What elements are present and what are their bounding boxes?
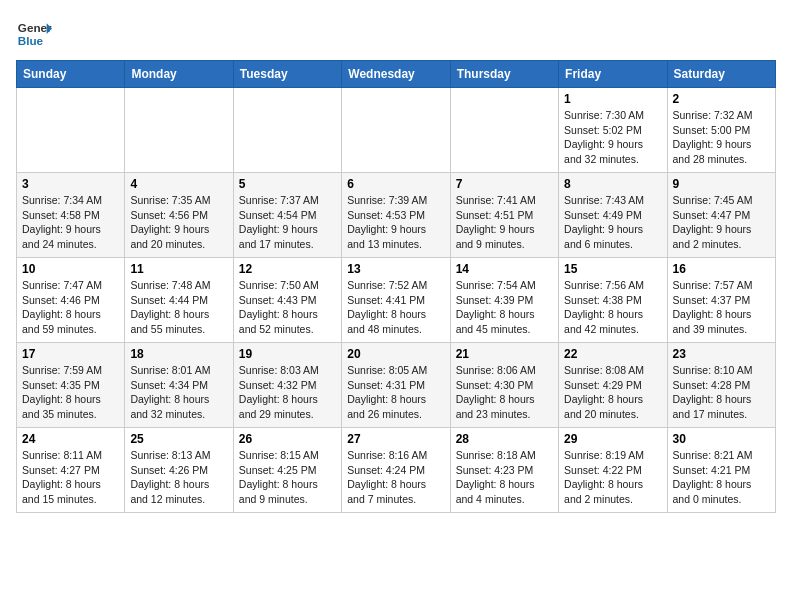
calendar-cell: 29Sunrise: 8:19 AMSunset: 4:22 PMDayligh… xyxy=(559,428,667,513)
day-number: 21 xyxy=(456,347,553,361)
day-info: Sunrise: 7:41 AMSunset: 4:51 PMDaylight:… xyxy=(456,193,553,252)
calendar-cell: 22Sunrise: 8:08 AMSunset: 4:29 PMDayligh… xyxy=(559,343,667,428)
calendar-cell: 2Sunrise: 7:32 AMSunset: 5:00 PMDaylight… xyxy=(667,88,775,173)
calendar-header-tuesday: Tuesday xyxy=(233,61,341,88)
day-number: 14 xyxy=(456,262,553,276)
calendar-cell: 5Sunrise: 7:37 AMSunset: 4:54 PMDaylight… xyxy=(233,173,341,258)
calendar-cell: 10Sunrise: 7:47 AMSunset: 4:46 PMDayligh… xyxy=(17,258,125,343)
day-number: 16 xyxy=(673,262,770,276)
day-info: Sunrise: 7:43 AMSunset: 4:49 PMDaylight:… xyxy=(564,193,661,252)
calendar-cell: 9Sunrise: 7:45 AMSunset: 4:47 PMDaylight… xyxy=(667,173,775,258)
day-info: Sunrise: 8:10 AMSunset: 4:28 PMDaylight:… xyxy=(673,363,770,422)
day-info: Sunrise: 8:01 AMSunset: 4:34 PMDaylight:… xyxy=(130,363,227,422)
day-number: 26 xyxy=(239,432,336,446)
day-number: 11 xyxy=(130,262,227,276)
calendar-header-sunday: Sunday xyxy=(17,61,125,88)
day-number: 27 xyxy=(347,432,444,446)
calendar-header-wednesday: Wednesday xyxy=(342,61,450,88)
day-number: 2 xyxy=(673,92,770,106)
day-info: Sunrise: 7:54 AMSunset: 4:39 PMDaylight:… xyxy=(456,278,553,337)
calendar-cell xyxy=(450,88,558,173)
day-info: Sunrise: 7:56 AMSunset: 4:38 PMDaylight:… xyxy=(564,278,661,337)
calendar-header-thursday: Thursday xyxy=(450,61,558,88)
calendar-cell: 11Sunrise: 7:48 AMSunset: 4:44 PMDayligh… xyxy=(125,258,233,343)
day-info: Sunrise: 8:06 AMSunset: 4:30 PMDaylight:… xyxy=(456,363,553,422)
day-info: Sunrise: 7:57 AMSunset: 4:37 PMDaylight:… xyxy=(673,278,770,337)
day-info: Sunrise: 8:15 AMSunset: 4:25 PMDaylight:… xyxy=(239,448,336,507)
calendar-cell: 19Sunrise: 8:03 AMSunset: 4:32 PMDayligh… xyxy=(233,343,341,428)
day-info: Sunrise: 7:48 AMSunset: 4:44 PMDaylight:… xyxy=(130,278,227,337)
calendar-header-row: SundayMondayTuesdayWednesdayThursdayFrid… xyxy=(17,61,776,88)
calendar-cell: 27Sunrise: 8:16 AMSunset: 4:24 PMDayligh… xyxy=(342,428,450,513)
day-number: 18 xyxy=(130,347,227,361)
calendar-header-saturday: Saturday xyxy=(667,61,775,88)
day-info: Sunrise: 7:30 AMSunset: 5:02 PMDaylight:… xyxy=(564,108,661,167)
calendar-week-1: 1Sunrise: 7:30 AMSunset: 5:02 PMDaylight… xyxy=(17,88,776,173)
day-info: Sunrise: 8:03 AMSunset: 4:32 PMDaylight:… xyxy=(239,363,336,422)
day-info: Sunrise: 7:50 AMSunset: 4:43 PMDaylight:… xyxy=(239,278,336,337)
day-number: 10 xyxy=(22,262,119,276)
day-info: Sunrise: 8:18 AMSunset: 4:23 PMDaylight:… xyxy=(456,448,553,507)
calendar-cell: 8Sunrise: 7:43 AMSunset: 4:49 PMDaylight… xyxy=(559,173,667,258)
day-number: 24 xyxy=(22,432,119,446)
logo: General Blue xyxy=(16,16,52,52)
day-number: 22 xyxy=(564,347,661,361)
calendar-cell: 16Sunrise: 7:57 AMSunset: 4:37 PMDayligh… xyxy=(667,258,775,343)
calendar-week-2: 3Sunrise: 7:34 AMSunset: 4:58 PMDaylight… xyxy=(17,173,776,258)
page-header: General Blue xyxy=(16,16,776,52)
day-number: 19 xyxy=(239,347,336,361)
day-info: Sunrise: 8:16 AMSunset: 4:24 PMDaylight:… xyxy=(347,448,444,507)
day-info: Sunrise: 8:19 AMSunset: 4:22 PMDaylight:… xyxy=(564,448,661,507)
day-number: 15 xyxy=(564,262,661,276)
day-info: Sunrise: 7:45 AMSunset: 4:47 PMDaylight:… xyxy=(673,193,770,252)
day-number: 28 xyxy=(456,432,553,446)
calendar-cell: 28Sunrise: 8:18 AMSunset: 4:23 PMDayligh… xyxy=(450,428,558,513)
day-number: 5 xyxy=(239,177,336,191)
day-info: Sunrise: 8:05 AMSunset: 4:31 PMDaylight:… xyxy=(347,363,444,422)
calendar-week-5: 24Sunrise: 8:11 AMSunset: 4:27 PMDayligh… xyxy=(17,428,776,513)
calendar-cell: 20Sunrise: 8:05 AMSunset: 4:31 PMDayligh… xyxy=(342,343,450,428)
calendar-cell: 30Sunrise: 8:21 AMSunset: 4:21 PMDayligh… xyxy=(667,428,775,513)
day-number: 6 xyxy=(347,177,444,191)
day-number: 7 xyxy=(456,177,553,191)
calendar-cell: 17Sunrise: 7:59 AMSunset: 4:35 PMDayligh… xyxy=(17,343,125,428)
day-number: 9 xyxy=(673,177,770,191)
day-info: Sunrise: 7:37 AMSunset: 4:54 PMDaylight:… xyxy=(239,193,336,252)
day-number: 20 xyxy=(347,347,444,361)
day-info: Sunrise: 7:39 AMSunset: 4:53 PMDaylight:… xyxy=(347,193,444,252)
day-number: 13 xyxy=(347,262,444,276)
calendar-table: SundayMondayTuesdayWednesdayThursdayFrid… xyxy=(16,60,776,513)
calendar-body: 1Sunrise: 7:30 AMSunset: 5:02 PMDaylight… xyxy=(17,88,776,513)
day-number: 4 xyxy=(130,177,227,191)
calendar-cell: 25Sunrise: 8:13 AMSunset: 4:26 PMDayligh… xyxy=(125,428,233,513)
calendar-cell: 1Sunrise: 7:30 AMSunset: 5:02 PMDaylight… xyxy=(559,88,667,173)
calendar-cell: 6Sunrise: 7:39 AMSunset: 4:53 PMDaylight… xyxy=(342,173,450,258)
calendar-header-monday: Monday xyxy=(125,61,233,88)
calendar-cell: 4Sunrise: 7:35 AMSunset: 4:56 PMDaylight… xyxy=(125,173,233,258)
calendar-cell xyxy=(17,88,125,173)
day-number: 25 xyxy=(130,432,227,446)
calendar-week-3: 10Sunrise: 7:47 AMSunset: 4:46 PMDayligh… xyxy=(17,258,776,343)
day-info: Sunrise: 7:32 AMSunset: 5:00 PMDaylight:… xyxy=(673,108,770,167)
calendar-cell: 24Sunrise: 8:11 AMSunset: 4:27 PMDayligh… xyxy=(17,428,125,513)
calendar-cell: 7Sunrise: 7:41 AMSunset: 4:51 PMDaylight… xyxy=(450,173,558,258)
calendar-cell: 14Sunrise: 7:54 AMSunset: 4:39 PMDayligh… xyxy=(450,258,558,343)
calendar-cell: 18Sunrise: 8:01 AMSunset: 4:34 PMDayligh… xyxy=(125,343,233,428)
calendar-cell xyxy=(342,88,450,173)
calendar-cell: 26Sunrise: 8:15 AMSunset: 4:25 PMDayligh… xyxy=(233,428,341,513)
calendar-cell: 13Sunrise: 7:52 AMSunset: 4:41 PMDayligh… xyxy=(342,258,450,343)
day-number: 23 xyxy=(673,347,770,361)
day-number: 17 xyxy=(22,347,119,361)
day-info: Sunrise: 8:21 AMSunset: 4:21 PMDaylight:… xyxy=(673,448,770,507)
svg-text:Blue: Blue xyxy=(18,34,44,47)
day-number: 29 xyxy=(564,432,661,446)
day-info: Sunrise: 7:59 AMSunset: 4:35 PMDaylight:… xyxy=(22,363,119,422)
day-info: Sunrise: 7:34 AMSunset: 4:58 PMDaylight:… xyxy=(22,193,119,252)
day-number: 30 xyxy=(673,432,770,446)
day-number: 12 xyxy=(239,262,336,276)
day-info: Sunrise: 8:13 AMSunset: 4:26 PMDaylight:… xyxy=(130,448,227,507)
day-info: Sunrise: 8:08 AMSunset: 4:29 PMDaylight:… xyxy=(564,363,661,422)
calendar-cell: 23Sunrise: 8:10 AMSunset: 4:28 PMDayligh… xyxy=(667,343,775,428)
calendar-header-friday: Friday xyxy=(559,61,667,88)
calendar-cell xyxy=(233,88,341,173)
